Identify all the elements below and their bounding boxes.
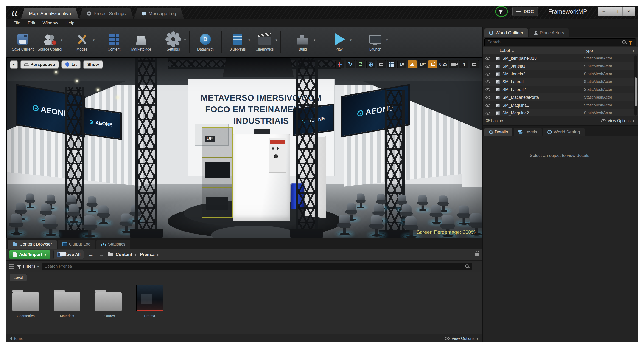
- caret-down-icon[interactable]: ▾: [350, 38, 352, 42]
- world-local-toggle[interactable]: [366, 60, 376, 69]
- view-options-button[interactable]: View Options ▾: [601, 119, 634, 123]
- caret-down-icon[interactable]: ▾: [93, 38, 94, 42]
- play-button[interactable]: ▾ Play: [326, 33, 352, 52]
- camera-speed-value[interactable]: 4: [459, 60, 468, 69]
- breadcrumb-content[interactable]: Content: [116, 252, 132, 257]
- rotation-snap-toggle[interactable]: [408, 60, 417, 69]
- menu-edit[interactable]: Edit: [24, 20, 39, 27]
- surface-snap-toggle[interactable]: [376, 60, 386, 69]
- rotate-tool-button[interactable]: ↻: [346, 60, 355, 69]
- maximize-viewport-button[interactable]: [470, 60, 479, 69]
- close-button[interactable]: ×: [623, 7, 635, 16]
- menu-help[interactable]: Help: [62, 20, 78, 27]
- datasmith-button[interactable]: D Datasmith: [192, 33, 219, 52]
- table-row[interactable]: SM_Maquina2 StaticMeshActor: [483, 109, 638, 116]
- table-row[interactable]: SM_Janela1 StaticMeshActor: [483, 62, 638, 70]
- viewport-options-button[interactable]: ▾: [10, 60, 18, 69]
- content-button[interactable]: Content: [100, 33, 128, 52]
- caret-down-icon[interactable]: ▾: [386, 38, 388, 42]
- doc-button[interactable]: DOC: [512, 7, 538, 16]
- visibility-eye-icon[interactable]: [486, 80, 490, 83]
- caret-down-icon[interactable]: ▾: [248, 38, 250, 42]
- back-button[interactable]: ←: [87, 251, 94, 258]
- table-row[interactable]: SM_Janela2 StaticMeshActor: [483, 70, 638, 78]
- camera-speed-button[interactable]: [449, 60, 458, 69]
- asset-search-input[interactable]: [42, 262, 472, 270]
- filters-button[interactable]: Filters ▾: [17, 264, 39, 269]
- asset-tile-prensa[interactable]: Prensa: [134, 285, 166, 318]
- grid-snap-toggle[interactable]: [387, 60, 396, 69]
- modes-button[interactable]: ▾ Modes: [68, 33, 96, 52]
- visibility-eye-icon[interactable]: [486, 96, 490, 99]
- tab-place-actors[interactable]: Place Actors: [529, 29, 569, 37]
- perspective-button[interactable]: Perspective: [20, 60, 59, 69]
- visibility-eye-icon[interactable]: [486, 88, 490, 91]
- visibility-eye-icon[interactable]: [486, 57, 490, 60]
- caret-down-icon[interactable]: ▾: [60, 38, 62, 42]
- visibility-eye-icon[interactable]: [486, 65, 490, 68]
- cinematics-button[interactable]: ▾ Cinematics: [251, 33, 278, 52]
- caret-down-icon[interactable]: ▾: [276, 38, 277, 42]
- rotation-snap-value[interactable]: 10°: [418, 60, 427, 69]
- visibility-eye-icon[interactable]: [486, 104, 490, 107]
- forward-button[interactable]: →: [98, 251, 105, 258]
- viewport-3d[interactable]: METAVERSO IMERSIVO COM FOCO EM TREINAMEN…: [6, 58, 482, 238]
- level-filter-chip[interactable]: Level: [10, 274, 27, 281]
- show-menu-button[interactable]: Show: [83, 60, 103, 69]
- lit-mode-button[interactable]: Lit: [61, 60, 81, 69]
- source-control-button[interactable]: ▾ Source Control: [36, 33, 63, 52]
- marketplace-button[interactable]: Marketplace: [128, 33, 155, 52]
- scrollbar-thumb[interactable]: [635, 77, 637, 106]
- visibility-eye-icon[interactable]: [486, 112, 490, 115]
- tab-output-log[interactable]: Output Log: [58, 240, 95, 248]
- blueprints-button[interactable]: ▾ Blueprints: [224, 33, 251, 52]
- tab-project-settings[interactable]: Project Settings: [79, 8, 133, 19]
- save-all-button[interactable]: Save All: [54, 250, 84, 259]
- maximize-button[interactable]: □: [610, 7, 623, 16]
- folder-tile-geometries[interactable]: Geometries: [10, 292, 42, 318]
- settings-button[interactable]: ▾ Settings: [160, 33, 187, 52]
- tab-message-log[interactable]: Message Log: [134, 8, 184, 19]
- scrollbar[interactable]: [634, 55, 637, 116]
- outliner-search-input[interactable]: [484, 38, 636, 46]
- cursor-icon[interactable]: [499, 9, 504, 14]
- menu-window[interactable]: Window: [39, 20, 62, 27]
- launch-button[interactable]: ▾ Launch: [362, 33, 389, 52]
- caret-down-icon[interactable]: ▾: [314, 38, 315, 42]
- folder-tile-materials[interactable]: Materials: [51, 292, 83, 318]
- minimize-button[interactable]: –: [598, 7, 610, 16]
- table-row[interactable]: SM_Lateral2 StaticMeshActor: [483, 86, 638, 94]
- grid-snap-value[interactable]: 10: [397, 60, 406, 69]
- breadcrumb-prensa[interactable]: Prensa: [140, 252, 154, 257]
- tab-map-aeonexecutiva[interactable]: Map_AeonExecutiva: [21, 8, 79, 19]
- view-options-button[interactable]: View Options ▾: [445, 336, 478, 341]
- unreal-logo[interactable]: u: [6, 6, 21, 19]
- add-import-button[interactable]: Add/Import ▾: [9, 250, 50, 259]
- tab-details[interactable]: Details: [484, 128, 512, 136]
- table-row[interactable]: SM_MacanetaPorta StaticMeshActor: [483, 94, 638, 101]
- build-button[interactable]: ▾ Build: [289, 33, 316, 52]
- caret-down-icon[interactable]: ▾: [184, 38, 186, 42]
- table-row[interactable]: SM_Maquina1 StaticMeshActor: [483, 101, 638, 109]
- funnel-icon[interactable]: [628, 41, 632, 43]
- save-current-button[interactable]: Save Current: [9, 33, 36, 52]
- move-tool-button[interactable]: [335, 60, 344, 69]
- folder-tile-textures[interactable]: Textures: [92, 292, 124, 318]
- menu-file[interactable]: File: [10, 20, 24, 27]
- tab-world-outliner[interactable]: World Outliner: [484, 29, 528, 37]
- tab-levels[interactable]: Levels: [514, 128, 542, 136]
- tab-statistics[interactable]: Statistics: [96, 240, 130, 248]
- column-type[interactable]: Type: [584, 48, 593, 53]
- scale-snap-value[interactable]: 0.25: [438, 60, 448, 69]
- scale-snap-toggle[interactable]: [428, 60, 438, 69]
- tab-world-setting[interactable]: World Setting: [543, 128, 584, 136]
- tab-content-browser[interactable]: Content Browser: [8, 240, 57, 248]
- table-row[interactable]: SM_itempainel018 StaticMeshActor: [483, 55, 638, 62]
- column-label[interactable]: Label: [500, 48, 510, 53]
- table-row[interactable]: SM_Lateral StaticMeshActor: [483, 78, 638, 86]
- view-mode-icon[interactable]: [9, 264, 14, 268]
- visibility-eye-icon[interactable]: [486, 73, 490, 76]
- caret-down-icon[interactable]: ▾: [632, 49, 634, 53]
- lock-icon[interactable]: [475, 253, 479, 256]
- scale-tool-button[interactable]: [356, 60, 365, 69]
